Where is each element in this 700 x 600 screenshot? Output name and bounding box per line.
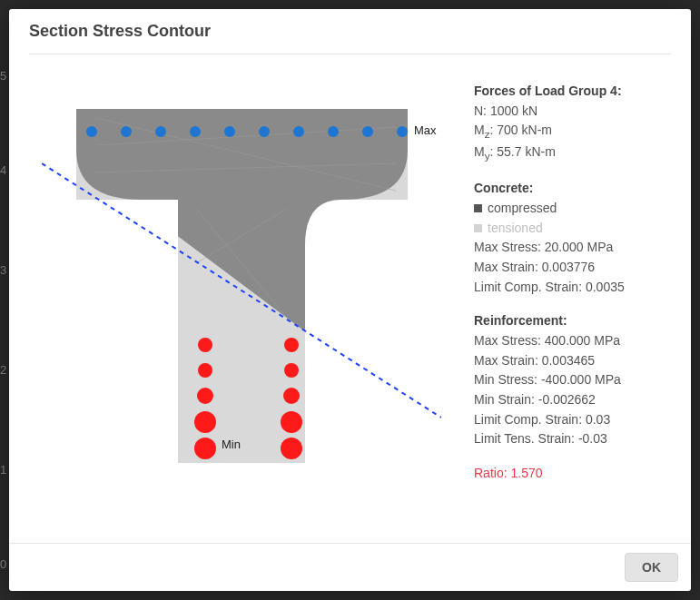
dialog-footer: OK — [9, 543, 691, 591]
svg-point-24 — [283, 388, 300, 404]
svg-point-28 — [281, 438, 302, 459]
svg-point-19 — [198, 338, 212, 352]
svg-point-12 — [190, 126, 201, 137]
axis-tick: 0 — [0, 557, 6, 571]
svg-point-17 — [362, 126, 373, 137]
reinf-min-stress: Min Stress: -400.000 MPa — [474, 370, 669, 390]
concrete-max-stress: Max Stress: 20.000 MPa — [474, 238, 669, 258]
info-column: Forces of Load Group 4: N: 1000 kN Mz: 7… — [474, 82, 669, 539]
svg-point-26 — [281, 411, 302, 433]
max-label: Max — [414, 123, 437, 137]
diagram-column: Max Min — [31, 82, 452, 539]
forces-title: Forces of Load Group 4: — [474, 82, 669, 102]
reinf-limit-comp: Limit Comp. Strain: 0.03 — [474, 410, 669, 430]
concrete-max-strain: Max Strain: 0.003776 — [474, 258, 669, 278]
svg-point-15 — [293, 126, 304, 137]
ratio-value: Ratio: 1.570 — [474, 464, 669, 484]
dialog-title: Section Stress Contour — [9, 9, 691, 64]
axis-tick: 4 — [0, 163, 6, 177]
svg-point-22 — [284, 363, 299, 378]
reinf-min-strain: Min Strain: -0.002662 — [474, 390, 669, 410]
force-n: N: 1000 kN — [474, 102, 669, 122]
svg-point-18 — [397, 126, 408, 137]
svg-point-21 — [198, 363, 212, 378]
axis-tick: 2 — [0, 363, 6, 377]
stress-contour-dialog: Section Stress Contour — [9, 9, 691, 591]
concrete-group: Concrete: compressed tensioned Max Stres… — [474, 179, 669, 297]
svg-point-16 — [328, 126, 339, 137]
svg-point-27 — [194, 438, 216, 459]
axis-tick: 5 — [0, 69, 6, 83]
axis-tick: 3 — [0, 263, 6, 277]
concrete-title: Concrete: — [474, 179, 669, 199]
svg-point-13 — [224, 126, 235, 137]
force-my: My: 55.7 kN-m — [474, 143, 669, 164]
svg-point-23 — [197, 388, 213, 404]
legend-compressed: compressed — [474, 199, 669, 219]
reinforcement-title: Reinforcement: — [474, 311, 669, 331]
reinf-limit-tens: Limit Tens. Strain: -0.03 — [474, 429, 669, 449]
svg-point-25 — [194, 411, 216, 433]
svg-point-11 — [155, 126, 166, 137]
legend-tensioned: tensioned — [474, 219, 669, 239]
forces-group: Forces of Load Group 4: N: 1000 kN Mz: 7… — [474, 82, 669, 164]
section-diagram: Max Min — [42, 82, 441, 481]
reinf-max-strain: Max Strain: 0.003465 — [474, 351, 669, 371]
reinforcement-group: Reinforcement: Max Stress: 400.000 MPa M… — [474, 311, 669, 449]
dialog-body: Max Min Forces of Load Group 4: N: 1000 … — [9, 64, 691, 543]
axis-tick: 1 — [0, 463, 6, 477]
svg-point-9 — [86, 126, 97, 137]
concrete-limit-comp: Limit Comp. Strain: 0.0035 — [474, 278, 669, 298]
ok-button[interactable]: OK — [625, 553, 678, 582]
svg-point-14 — [259, 126, 270, 137]
svg-point-10 — [121, 126, 132, 137]
svg-point-20 — [284, 338, 299, 352]
min-label: Min — [222, 438, 241, 451]
force-mz: Mz: 700 kN-m — [474, 121, 669, 143]
reinf-max-stress: Max Stress: 400.000 MPa — [474, 331, 669, 351]
